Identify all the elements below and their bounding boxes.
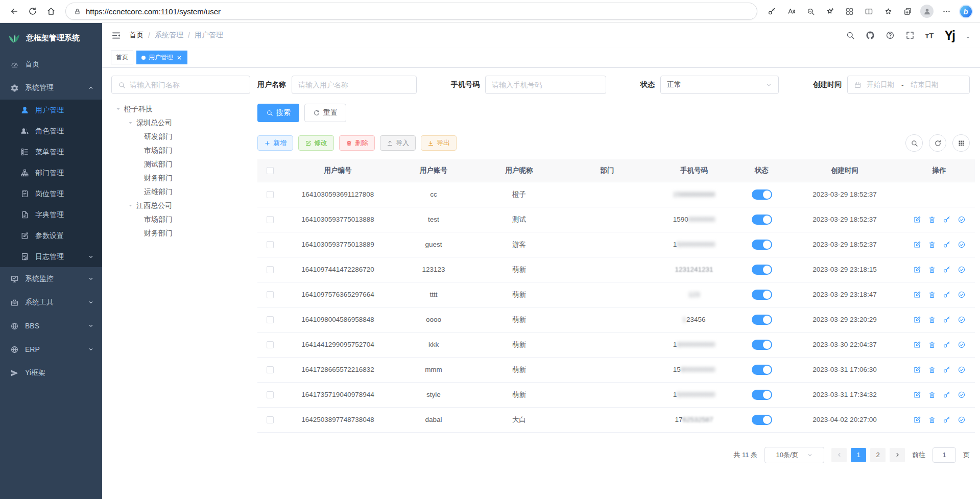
tree-node[interactable]: 研发部门: [111, 130, 250, 144]
status-toggle[interactable]: [752, 240, 772, 250]
reset-password-button[interactable]: [943, 241, 951, 249]
reset-password-button[interactable]: [943, 316, 951, 324]
select-all-checkbox[interactable]: [267, 167, 274, 174]
assign-role-button[interactable]: [958, 366, 966, 374]
reset-button[interactable]: 重置: [304, 104, 346, 122]
reset-password-button[interactable]: [943, 416, 951, 424]
row-checkbox[interactable]: [267, 366, 274, 373]
row-checkbox[interactable]: [267, 316, 274, 323]
sidebar-item-system-management[interactable]: 系统管理: [0, 76, 102, 100]
username-input[interactable]: [298, 81, 410, 89]
add-button[interactable]: 新增: [257, 135, 293, 151]
sidebar-item-role-management[interactable]: 角色管理: [0, 121, 102, 141]
sidebar-item-parameter-settings[interactable]: 参数设置: [0, 225, 102, 246]
edit-button[interactable]: [913, 316, 921, 324]
status-toggle[interactable]: [752, 390, 772, 400]
reset-password-button[interactable]: [943, 366, 951, 374]
browser-back-button[interactable]: [5, 3, 23, 20]
tree-node[interactable]: 财务部门: [111, 171, 250, 185]
assign-role-button[interactable]: [958, 391, 966, 399]
sidebar-item-user-management[interactable]: 用户管理: [0, 100, 102, 121]
status-toggle[interactable]: [752, 415, 772, 425]
sidebar-item-system-tools[interactable]: 系统工具: [0, 291, 102, 314]
row-checkbox[interactable]: [267, 266, 274, 273]
status-toggle[interactable]: [752, 189, 772, 200]
status-select[interactable]: 正常: [660, 76, 779, 94]
status-toggle[interactable]: [752, 290, 772, 300]
edit-button[interactable]: [913, 266, 921, 274]
export-button[interactable]: 导出: [421, 135, 457, 151]
tree-node[interactable]: 江西总公司: [111, 199, 250, 212]
row-checkbox[interactable]: [267, 216, 274, 223]
password-manager-button[interactable]: [762, 3, 781, 20]
row-checkbox[interactable]: [267, 191, 274, 198]
status-toggle[interactable]: [752, 215, 772, 225]
delete-button[interactable]: [928, 316, 936, 324]
help-icon[interactable]: [886, 31, 895, 40]
sidebar-item-system-monitor[interactable]: 系统监控: [0, 267, 102, 291]
reset-password-button[interactable]: [943, 291, 951, 299]
sidebar-item-bbs[interactable]: BBS: [0, 314, 102, 338]
status-toggle[interactable]: [752, 315, 772, 325]
toggle-search-button[interactable]: [905, 134, 923, 152]
assign-role-button[interactable]: [958, 216, 966, 224]
tree-node[interactable]: 市场部门: [111, 212, 250, 226]
split-screen-button[interactable]: [859, 3, 878, 20]
sidebar-item-dictionary-management[interactable]: 字典管理: [0, 204, 102, 225]
edit-button[interactable]: [913, 416, 921, 424]
favorites-button[interactable]: [879, 3, 897, 20]
fullscreen-icon[interactable]: [905, 31, 915, 40]
font-size-icon[interactable]: тT: [925, 31, 934, 40]
tree-node[interactable]: 市场部门: [111, 144, 250, 157]
extensions-button[interactable]: [840, 3, 858, 20]
status-toggle[interactable]: [752, 340, 772, 350]
sidebar-item-yi-framework[interactable]: Yi框架: [0, 361, 102, 385]
row-checkbox[interactable]: [267, 291, 274, 298]
tab-home[interactable]: 首页: [111, 51, 133, 64]
search-icon[interactable]: [846, 31, 855, 40]
tree-node[interactable]: 财务部门: [111, 226, 250, 240]
sidebar-item-department-management[interactable]: 部门管理: [0, 162, 102, 183]
delete-button[interactable]: [928, 241, 936, 249]
assign-role-button[interactable]: [958, 266, 966, 274]
edit-button[interactable]: [913, 341, 921, 349]
profile-button[interactable]: [918, 3, 936, 20]
import-button[interactable]: 导入: [380, 135, 416, 151]
row-checkbox[interactable]: [267, 416, 274, 423]
browser-menu-button[interactable]: [937, 3, 955, 20]
breadcrumb-item[interactable]: 首页: [129, 31, 144, 40]
delete-button[interactable]: [928, 366, 936, 374]
page-button-1[interactable]: 1: [851, 448, 866, 462]
phone-input[interactable]: [492, 81, 600, 89]
browser-home-button[interactable]: [42, 3, 60, 20]
modify-button[interactable]: 修改: [298, 135, 334, 151]
sidebar-item-post-management[interactable]: 岗位管理: [0, 183, 102, 204]
status-toggle[interactable]: [752, 265, 772, 275]
assign-role-button[interactable]: [958, 241, 966, 249]
delete-button[interactable]: [928, 216, 936, 224]
search-button[interactable]: 搜索: [257, 104, 299, 122]
row-checkbox[interactable]: [267, 341, 274, 348]
github-icon[interactable]: [866, 31, 875, 40]
tree-node[interactable]: 运维部门: [111, 185, 250, 199]
assign-role-button[interactable]: [958, 291, 966, 299]
chevron-down-icon[interactable]: [965, 35, 971, 40]
sidebar-item-log-management[interactable]: 日志管理: [0, 246, 102, 267]
browser-refresh-button[interactable]: [23, 3, 42, 20]
department-search-input[interactable]: [130, 81, 244, 89]
delete-button[interactable]: [928, 291, 936, 299]
user-avatar-logo[interactable]: Yj: [944, 28, 954, 43]
tree-node[interactable]: 深圳总公司: [111, 116, 250, 130]
tab-user-management[interactable]: 用户管理: [136, 51, 187, 64]
delete-button[interactable]: [928, 341, 936, 349]
columns-button[interactable]: [952, 134, 970, 152]
delete-button[interactable]: [928, 266, 936, 274]
row-checkbox[interactable]: [267, 241, 274, 248]
add-favorite-button[interactable]: [821, 3, 839, 20]
status-toggle[interactable]: [752, 365, 772, 375]
date-range-picker[interactable]: 开始日期 - 结束日期: [847, 76, 970, 94]
sidebar-item-menu-management[interactable]: 菜单管理: [0, 141, 102, 162]
edit-button[interactable]: [913, 391, 921, 399]
reset-password-button[interactable]: [943, 266, 951, 274]
goto-page-input[interactable]: [933, 447, 956, 463]
